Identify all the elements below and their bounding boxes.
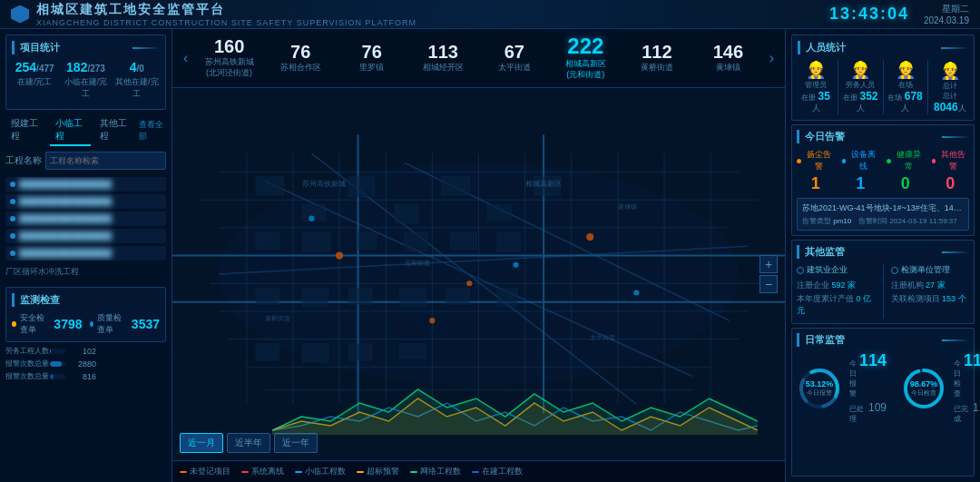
district-count-5: 222 bbox=[554, 35, 618, 57]
svg-rect-46 bbox=[400, 288, 426, 306]
svg-text:相城高新区: 相城高新区 bbox=[525, 180, 562, 188]
legend-dot-0 bbox=[180, 471, 187, 473]
svg-point-56 bbox=[429, 318, 435, 323]
list-item[interactable]: ████████████████ bbox=[5, 229, 166, 243]
tab-reported[interactable]: 报建工程 bbox=[5, 115, 46, 146]
total-role: 总计 bbox=[932, 81, 968, 91]
manager-label: 在册 35人 bbox=[798, 90, 834, 114]
district-name-2: 里罗镇 bbox=[339, 63, 404, 74]
list-item[interactable]: ████████████████ bbox=[5, 246, 166, 261]
construction-stat-1: 注册企业 592 家 bbox=[797, 280, 876, 291]
district-name-1: 苏相合作区 bbox=[269, 63, 333, 74]
chart-bar-fill-1 bbox=[50, 349, 51, 354]
health-count: 0 bbox=[887, 174, 925, 193]
svg-rect-32 bbox=[348, 177, 375, 198]
tab-small[interactable]: 小临工程 bbox=[50, 115, 91, 146]
project-dot bbox=[10, 233, 15, 239]
district-item-3[interactable]: 113 相城经开区 bbox=[409, 39, 477, 77]
districts-nav-right[interactable]: › bbox=[766, 50, 778, 66]
daily-nums-1: 今日报警 114 已处理 109 bbox=[849, 352, 887, 424]
search-input[interactable] bbox=[45, 152, 166, 170]
zoom-in-button[interactable]: + bbox=[760, 255, 778, 273]
svg-rect-30 bbox=[256, 177, 284, 195]
quality-label: 质量检查单 bbox=[97, 312, 128, 336]
present-role: 在场 bbox=[887, 80, 924, 90]
monitor-check-title: 监测检查 bbox=[12, 293, 160, 307]
search-label: 工程名称 bbox=[5, 152, 42, 170]
daily-num-row-1a: 今日报警 114 bbox=[849, 352, 887, 398]
daily-monitor-title: 日常监管 bbox=[797, 333, 969, 347]
main-content: 项目统计 254/477 在建/完工 182/273 小临在建/完工 bbox=[0, 29, 980, 482]
time-btn-month[interactable]: 近一月 bbox=[180, 433, 223, 453]
district-item-4[interactable]: 67 太平街道 bbox=[481, 39, 549, 77]
device-dot bbox=[842, 159, 847, 163]
svg-point-58 bbox=[513, 262, 518, 268]
district-item-0[interactable]: 160 苏州高铁新城(北河泾街道) bbox=[195, 34, 263, 82]
safety-check: 安全检查单 3798 bbox=[12, 312, 83, 336]
special-project: 厂区循环水冲洗工程 bbox=[5, 264, 166, 280]
district-item-6[interactable]: 112 黄桥街道 bbox=[623, 39, 691, 77]
daily-num-row-1b: 已处理 109 bbox=[849, 401, 887, 424]
header-date: 星期二 2024.03.19 bbox=[924, 3, 969, 25]
view-all-link[interactable]: 查看全部 bbox=[139, 119, 166, 143]
legend-item-5: 在建工程数 bbox=[472, 466, 523, 477]
list-item[interactable]: ████████████████ bbox=[5, 194, 166, 209]
svg-point-54 bbox=[466, 280, 472, 286]
project-dot bbox=[10, 251, 15, 256]
chart-label-1: 劳务工程人数 bbox=[5, 346, 46, 356]
project-search-row: 工程名称 bbox=[5, 152, 166, 170]
alert-card[interactable]: 苏地2021-WG-41号地块-1#~13#住宅、14#~15#配套用房、P..… bbox=[797, 198, 969, 231]
safety-label: 安全检查单 bbox=[20, 312, 51, 336]
svg-rect-42 bbox=[497, 232, 521, 251]
districts-nav-left[interactable]: ‹ bbox=[180, 50, 191, 66]
svg-point-53 bbox=[336, 251, 343, 259]
construction-col: 建筑业企业 注册企业 592 家 本年度累计产值 0 亿元 bbox=[797, 264, 876, 319]
svg-rect-43 bbox=[256, 288, 279, 304]
chart-bar-1 bbox=[50, 349, 65, 354]
district-item-2[interactable]: 76 里罗镇 bbox=[338, 39, 406, 77]
svg-text:太平街道: 太平街道 bbox=[590, 334, 615, 341]
project-stats-section: 项目统计 254/477 在建/完工 182/273 小临在建/完工 bbox=[5, 34, 166, 110]
project-stats-title: 项目统计 bbox=[12, 41, 160, 54]
gauge-2: 98.67% 今日检查 bbox=[901, 366, 946, 411]
center-panel: ‹ 160 苏州高铁新城(北河泾街道) 76 苏相合作区 76 里罗镇 113 … bbox=[172, 29, 785, 482]
project-name: ████████████████ bbox=[19, 197, 112, 206]
district-name-5: 相城高新区(元和街道) bbox=[554, 59, 618, 80]
stat-active: 254/477 在建/完工 bbox=[12, 60, 57, 100]
district-count-3: 113 bbox=[411, 43, 475, 61]
device-count: 1 bbox=[842, 174, 880, 193]
alert-card-details: 告警类型 pm10 告警时间 2024-03-19 11:59:37 bbox=[802, 216, 964, 226]
testing-icon bbox=[891, 267, 898, 274]
district-name-4: 太平街道 bbox=[483, 63, 547, 74]
district-item-7[interactable]: 146 黄埭镇 bbox=[694, 39, 762, 77]
header-time: 13:43:04 bbox=[829, 5, 909, 24]
chart-bar-fill-3 bbox=[50, 374, 54, 379]
manager-role: 管理员 bbox=[798, 80, 834, 90]
legend-item-0: 未登记项目 bbox=[180, 466, 230, 477]
list-item[interactable]: ████████████████ bbox=[5, 211, 166, 226]
time-btn-year[interactable]: 近一年 bbox=[274, 433, 318, 453]
divider-1 bbox=[838, 60, 838, 114]
time-btn-halfyear[interactable]: 近半年 bbox=[227, 433, 270, 453]
district-item-1[interactable]: 76 苏相合作区 bbox=[267, 39, 335, 77]
header-right: 13:43:04 星期二 2024.03.19 bbox=[829, 3, 969, 25]
list-item[interactable]: ████████████████ bbox=[5, 177, 166, 192]
chart-label-3: 报警次数总量 bbox=[5, 371, 46, 381]
project-dot bbox=[10, 199, 15, 204]
header: 相城区建筑工地安全监管平台 XIANGCHENG DISTRICT CONSTR… bbox=[0, 0, 980, 29]
map-area: 苏州高铁新城 相城高新区 元和街道 黄桥街道 太平街道 黄埭镇 近一月 近半年 … bbox=[172, 88, 785, 460]
other-alert-count: 0 bbox=[932, 174, 970, 193]
legend-dot-2 bbox=[295, 471, 302, 473]
district-count-0: 160 bbox=[197, 37, 261, 55]
tab-other[interactable]: 其他工程 bbox=[94, 115, 135, 146]
testing-col: 检测单位管理 注册机构 27 家 关联检测项目 153 个 bbox=[891, 264, 970, 319]
map-time-controls: 近一月 近半年 近一年 bbox=[180, 433, 318, 453]
other-monitor-title: 其他监管 bbox=[797, 245, 969, 259]
stat-small: 182/273 小临在建/完工 bbox=[63, 60, 108, 100]
map-zoom-controls: + − bbox=[760, 255, 778, 293]
chart-bar-3 bbox=[50, 374, 65, 379]
zoom-out-button[interactable]: − bbox=[760, 275, 778, 293]
legend-dot-3 bbox=[357, 471, 364, 473]
district-item-5[interactable]: 222 相城高新区(元和街道) bbox=[552, 32, 620, 84]
legend-item-2: 小临工程数 bbox=[295, 466, 346, 477]
